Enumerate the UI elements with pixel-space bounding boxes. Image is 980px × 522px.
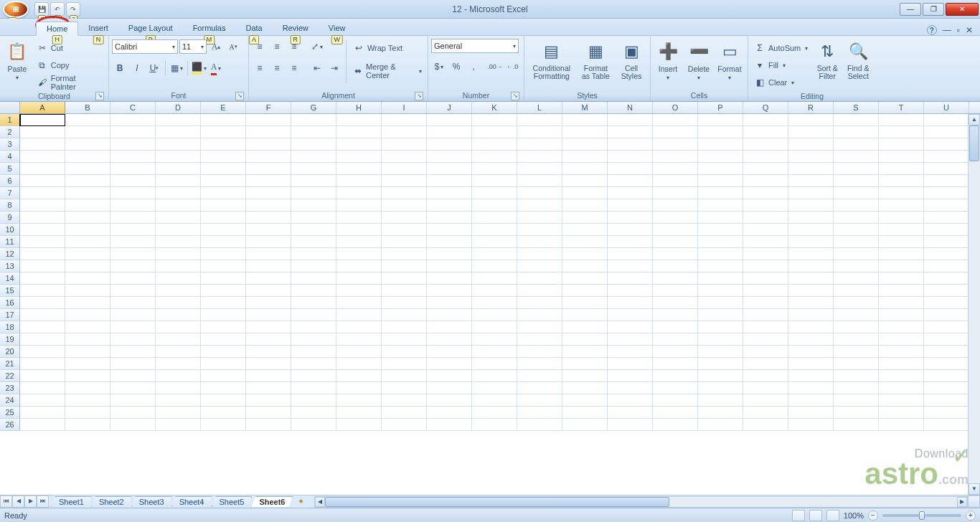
cell-N16[interactable] [608,297,653,309]
cell-D2[interactable] [156,126,201,138]
cell-T16[interactable] [879,297,924,309]
cell-B24[interactable] [65,394,110,407]
cell-I23[interactable] [382,382,427,394]
cell-N22[interactable] [608,370,653,382]
cell-O5[interactable] [653,163,698,175]
cell-A15[interactable] [20,285,65,297]
cell-L15[interactable] [517,285,562,297]
cell-U13[interactable] [924,260,969,272]
cell-L2[interactable] [517,126,562,138]
cell-Q7[interactable] [743,187,788,199]
row-header-13[interactable]: 13 [0,260,20,272]
fill-button[interactable]: ▾Fill [751,57,811,73]
cell-I25[interactable] [382,407,427,419]
cell-Q9[interactable] [743,212,788,224]
cell-B13[interactable] [65,260,110,272]
underline-button[interactable]: U▾ [146,60,162,76]
cell-G4[interactable] [291,151,336,163]
cell-J9[interactable] [427,212,472,224]
cell-N15[interactable] [608,285,653,297]
bold-button[interactable]: B [112,60,128,76]
cell-H24[interactable] [336,394,382,407]
insert-cells-button[interactable]: ➕Insert▾ [654,39,682,82]
cell-D23[interactable] [156,382,201,394]
cell-B20[interactable] [65,346,110,358]
cell-G24[interactable] [291,394,336,407]
decrease-font-button[interactable]: A▾ [225,39,241,54]
cell-P4[interactable] [698,151,743,163]
cell-H13[interactable] [336,260,382,272]
column-header-Q[interactable]: Q [743,102,788,113]
cell-A11[interactable] [20,236,65,248]
autosum-button[interactable]: ΣAutoSum [751,40,811,56]
cell-E11[interactable] [201,236,246,248]
hscroll-thumb[interactable] [325,497,669,507]
cell-K9[interactable] [472,212,517,224]
cell-L1[interactable] [517,114,562,126]
cell-O16[interactable] [653,297,698,309]
cell-U21[interactable] [924,358,969,370]
qat-save-button[interactable]: 💾1 [34,2,49,16]
cell-B8[interactable] [65,199,110,212]
cell-O19[interactable] [653,333,698,346]
cell-N2[interactable] [608,126,653,138]
cell-O17[interactable] [653,309,698,321]
cell-P11[interactable] [698,236,743,248]
cell-P17[interactable] [698,309,743,321]
cell-N14[interactable] [608,272,653,285]
cell-O4[interactable] [653,151,698,163]
cell-N3[interactable] [608,138,653,151]
row-header-25[interactable]: 25 [0,407,20,419]
cell-M3[interactable] [562,138,608,151]
cell-C1[interactable] [110,114,156,126]
cell-E16[interactable] [201,297,246,309]
cell-E13[interactable] [201,260,246,272]
cell-U6[interactable] [924,175,969,187]
cell-J3[interactable] [427,138,472,151]
cell-G26[interactable] [291,419,336,431]
cell-U16[interactable] [924,297,969,309]
cell-O12[interactable] [653,248,698,260]
column-header-L[interactable]: L [517,102,562,113]
vscroll-thumb[interactable] [969,125,979,161]
cell-G2[interactable] [291,126,336,138]
cell-I3[interactable] [382,138,427,151]
cell-C8[interactable] [110,199,156,212]
cell-P26[interactable] [698,419,743,431]
cell-J25[interactable] [427,407,472,419]
cell-U3[interactable] [924,138,969,151]
cell-S17[interactable] [834,309,879,321]
cell-L23[interactable] [517,382,562,394]
cell-L21[interactable] [517,358,562,370]
cell-N21[interactable] [608,358,653,370]
zoom-slider[interactable] [882,514,961,517]
cell-P22[interactable] [698,370,743,382]
cell-M8[interactable] [562,199,608,212]
cell-H6[interactable] [336,175,382,187]
cell-C3[interactable] [110,138,156,151]
cell-D7[interactable] [156,187,201,199]
cell-G5[interactable] [291,163,336,175]
cell-K21[interactable] [472,358,517,370]
cell-A10[interactable] [20,224,65,236]
cell-K23[interactable] [472,382,517,394]
cell-Q8[interactable] [743,199,788,212]
normal-view-button[interactable] [792,510,805,521]
cell-D10[interactable] [156,224,201,236]
cell-L7[interactable] [517,187,562,199]
cell-M11[interactable] [562,236,608,248]
cell-C19[interactable] [110,333,156,346]
cell-P20[interactable] [698,346,743,358]
alignment-launcher[interactable]: ↘ [415,92,423,100]
cell-T17[interactable] [879,309,924,321]
cell-E9[interactable] [201,212,246,224]
cell-K5[interactable] [472,163,517,175]
cell-K17[interactable] [472,309,517,321]
cell-T7[interactable] [879,187,924,199]
cell-C15[interactable] [110,285,156,297]
cell-I2[interactable] [382,126,427,138]
cell-F25[interactable] [246,407,291,419]
cell-N5[interactable] [608,163,653,175]
align-center-button[interactable]: ≡ [269,60,285,76]
cell-C16[interactable] [110,297,156,309]
